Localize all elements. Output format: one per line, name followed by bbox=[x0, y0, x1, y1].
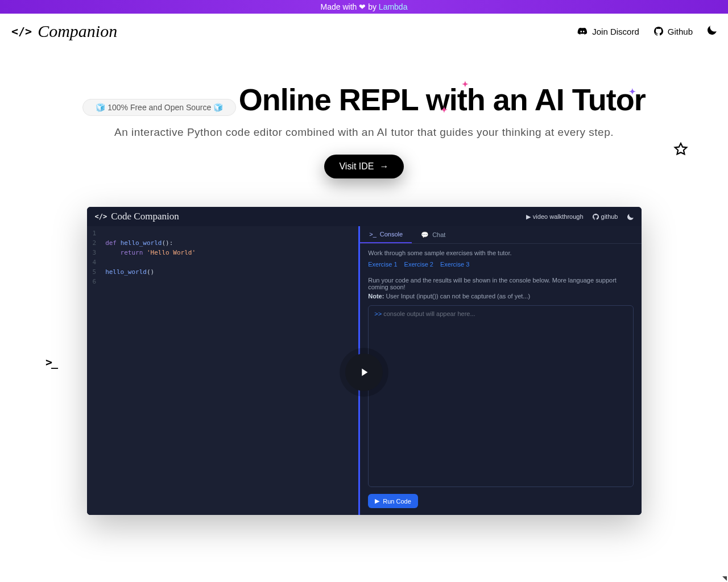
run-code-button[interactable]: ▶Run Code bbox=[368, 494, 418, 508]
preview-brand-text: Code Companion bbox=[111, 211, 179, 222]
nav-right: Join Discord Github bbox=[577, 26, 717, 37]
code-content: def hello_world(): return 'Hello World' … bbox=[101, 226, 200, 515]
line-gutter: 123456 bbox=[87, 226, 101, 515]
banner-link[interactable]: Lambda bbox=[379, 2, 408, 11]
right-panel: >_Console 💬Chat Work through some sample… bbox=[360, 226, 641, 515]
exercise-1-link[interactable]: Exercise 1 bbox=[368, 261, 397, 268]
heart-icon: ❤ bbox=[359, 2, 366, 11]
github-icon bbox=[593, 214, 599, 220]
subheadline: An interactive Python code editor combin… bbox=[11, 126, 717, 139]
exercise-2-link[interactable]: Exercise 2 bbox=[404, 261, 433, 268]
preview-topbar: </> Code Companion ▶ video walkthrough g… bbox=[87, 207, 642, 226]
top-banner: Made with ❤ by Lambda bbox=[0, 0, 728, 14]
panel-tabs: >_Console 💬Chat bbox=[360, 226, 641, 244]
exercise-links: Exercise 1 Exercise 2 Exercise 3 bbox=[368, 261, 633, 268]
play-icon bbox=[358, 366, 370, 379]
brand[interactable]: </> Companion bbox=[11, 22, 117, 41]
console-note: Note: User Input (input()) can not be ca… bbox=[368, 293, 633, 300]
badge-pill: 🧊 100% Free and Open Source 🧊 bbox=[82, 99, 236, 116]
preview-links: ▶ video walkthrough github bbox=[526, 213, 634, 221]
code-icon: </> bbox=[11, 24, 32, 38]
play-icon: ▶ bbox=[375, 497, 379, 505]
chat-icon: 💬 bbox=[421, 231, 429, 239]
banner-by: by bbox=[366, 2, 379, 11]
prompt-decor-icon: >_ bbox=[46, 355, 57, 369]
app-preview: </> Code Companion ▶ video walkthrough g… bbox=[87, 207, 642, 515]
terminal-icon: >_ bbox=[369, 231, 377, 238]
code-icon: </> bbox=[95, 213, 107, 221]
visit-ide-button[interactable]: Visit IDE → bbox=[324, 155, 403, 178]
headline: Online REPL with an AI Tutor ✦ ✦ ✦ bbox=[239, 83, 646, 117]
headline-text: Online REPL with an AI Tutor bbox=[239, 82, 646, 117]
hero: 🧊 100% Free and Open Source 🧊 Online REP… bbox=[0, 49, 728, 190]
discord-label: Join Discord bbox=[592, 27, 639, 36]
arrow-right-icon: → bbox=[380, 161, 389, 172]
star-decor-icon bbox=[673, 142, 688, 159]
exercise-3-link[interactable]: Exercise 3 bbox=[440, 261, 469, 268]
github-link[interactable]: Github bbox=[654, 27, 693, 36]
cta-label: Visit IDE bbox=[339, 161, 374, 172]
moon-icon bbox=[627, 214, 634, 220]
preview-brand: </> Code Companion bbox=[95, 211, 179, 222]
exercise-hint: Work through some sample exercises with … bbox=[368, 250, 633, 256]
github-label: Github bbox=[668, 27, 693, 36]
discord-icon bbox=[577, 27, 588, 35]
video-walkthrough-link[interactable]: ▶ video walkthrough bbox=[526, 213, 584, 221]
theme-toggle[interactable] bbox=[708, 26, 717, 37]
navbar: </> Companion Join Discord Github bbox=[0, 14, 728, 49]
discord-link[interactable]: Join Discord bbox=[577, 27, 639, 36]
banner-prefix: Made with bbox=[321, 2, 359, 11]
brand-text: Companion bbox=[38, 22, 117, 41]
scroll-indicator-icon bbox=[722, 576, 727, 581]
code-editor[interactable]: 123456 def hello_world(): return 'Hello … bbox=[87, 226, 359, 515]
console-description: Run your code and the results will be sh… bbox=[368, 277, 633, 290]
tab-console[interactable]: >_Console bbox=[360, 226, 412, 243]
play-video-button[interactable] bbox=[345, 354, 383, 391]
github-icon bbox=[654, 27, 663, 36]
console-output: >> console output will appear here... bbox=[368, 305, 633, 487]
moon-icon bbox=[708, 26, 717, 35]
preview-github-link[interactable]: github bbox=[593, 213, 618, 220]
preview-theme-toggle[interactable] bbox=[627, 214, 634, 220]
tab-chat[interactable]: 💬Chat bbox=[412, 226, 454, 243]
panel-inner: Work through some sample exercises with … bbox=[360, 244, 641, 515]
